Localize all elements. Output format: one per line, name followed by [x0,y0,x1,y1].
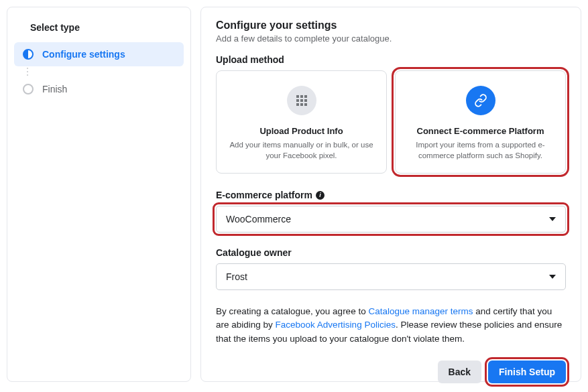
finish-setup-button[interactable]: Finish Setup [488,361,566,383]
grid-icon [287,86,316,115]
page-subtitle: Add a few details to complete your catal… [216,34,566,44]
card-upload-product-info[interactable]: Upload Product Info Add your items manua… [216,70,387,174]
select-value: WooCommerce [226,214,291,224]
back-button[interactable]: Back [438,361,481,383]
sidebar-item-finish[interactable]: Finish [14,77,184,101]
upload-method-cards: Upload Product Info Add your items manua… [216,70,566,174]
catalogue-terms-link[interactable]: Catalogue manager terms [368,306,473,316]
card-desc: Import your items from a supported e-com… [406,140,554,161]
ecommerce-platform-select[interactable]: WooCommerce [216,206,566,233]
card-desc: Add your items manually or in bulk, or u… [227,140,375,161]
card-title: Connect E-commerce Platform [406,126,554,136]
main-panel: Configure your settings Add a few detail… [200,7,581,382]
chevron-down-icon [549,275,556,279]
upload-method-label: Upload method [216,54,566,65]
link-icon [466,86,495,115]
step-empty-icon [22,83,34,95]
info-icon[interactable]: i [316,191,325,200]
catalogue-owner-select[interactable]: Frost [216,263,566,290]
select-value: Frost [226,271,247,282]
card-title: Upload Product Info [227,126,375,136]
catalogue-owner-label: Catalogue owner [216,247,566,258]
sidebar-item-label: Configure settings [42,49,125,60]
advertising-policies-link[interactable]: Facebook Advertising Policies [276,320,396,330]
connector-dots [14,68,184,76]
step-half-icon [22,48,34,60]
ecommerce-platform-label: E-commerce platform i [216,190,566,200]
chevron-down-icon [549,217,556,221]
terms-text: By creating a catalogue, you agree to Ca… [216,305,566,346]
footer-buttons: Back Finish Setup [216,361,566,383]
sidebar-item-configure[interactable]: Configure settings [14,42,184,66]
sidebar: Select type Configure settings Finish [7,7,191,382]
card-connect-platform[interactable]: Connect E-commerce Platform Import your … [395,70,566,174]
sidebar-header: Select type [14,17,184,42]
sidebar-item-label: Finish [42,84,67,94]
page-title: Configure your settings [216,19,566,31]
